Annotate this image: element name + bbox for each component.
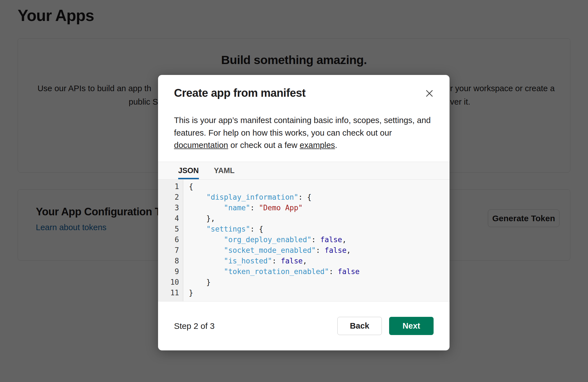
code-line[interactable]: }: [189, 287, 450, 298]
line-number: 4: [158, 213, 179, 224]
examples-link[interactable]: examples: [300, 140, 335, 150]
line-number: 2: [158, 192, 179, 202]
code-line[interactable]: "settings": {: [189, 224, 450, 234]
tab-yaml[interactable]: YAML: [214, 162, 235, 179]
next-button[interactable]: Next: [389, 317, 434, 335]
line-number: 1: [158, 181, 179, 192]
line-number: 5: [158, 224, 179, 234]
code-line[interactable]: "socket_mode_enabled": false,: [189, 245, 450, 256]
code-line[interactable]: },: [189, 213, 450, 224]
line-number: 9: [158, 266, 179, 277]
close-button[interactable]: [423, 87, 436, 100]
code-line[interactable]: "org_deploy_enabled": false,: [189, 234, 450, 245]
step-indicator: Step 2 of 3: [174, 321, 215, 331]
description-line: features. For help on how this works, yo…: [174, 128, 392, 137]
modal-title: Create app from manifest: [174, 87, 305, 99]
line-number-gutter: 1234567891011: [158, 180, 183, 301]
code-line[interactable]: }: [189, 277, 450, 287]
manifest-code-editor[interactable]: 1234567891011 { "display_information": {…: [158, 180, 450, 301]
line-number: 10: [158, 277, 179, 287]
line-number: 8: [158, 256, 179, 266]
manifest-format-tabs: JSON YAML: [158, 162, 450, 180]
modal-description: This is your app’s manifest containing b…: [174, 114, 437, 152]
line-number: 3: [158, 202, 179, 213]
line-number: 11: [158, 287, 179, 298]
back-button[interactable]: Back: [337, 317, 382, 335]
description-line: .: [335, 140, 337, 150]
line-number: 6: [158, 234, 179, 245]
code-line[interactable]: "display_information": {: [189, 192, 450, 202]
description-line: or check out a few: [228, 140, 300, 150]
modal-header: Create app from manifest: [174, 87, 436, 100]
code-line[interactable]: "is_hosted": false,: [189, 256, 450, 266]
code-pane[interactable]: { "display_information": { "name": "Demo…: [183, 180, 450, 301]
code-line[interactable]: "name": "Demo App": [189, 202, 450, 213]
create-app-from-manifest-modal: Create app from manifest This is your ap…: [158, 75, 450, 350]
documentation-link[interactable]: documentation: [174, 140, 228, 150]
modal-footer: Step 2 of 3 Back Next: [158, 301, 450, 350]
close-icon: [424, 95, 434, 99]
line-number: 7: [158, 245, 179, 256]
code-line[interactable]: {: [189, 181, 450, 192]
description-line: This is your app’s manifest containing b…: [174, 115, 431, 125]
tab-json[interactable]: JSON: [178, 162, 199, 179]
code-line[interactable]: "token_rotation_enabled": false: [189, 266, 450, 277]
